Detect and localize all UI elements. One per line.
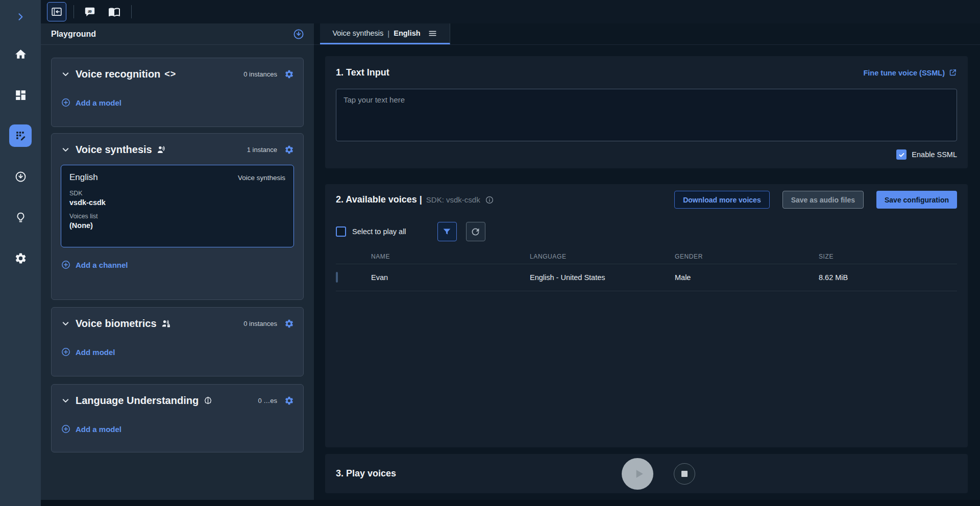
gear-icon <box>284 319 294 328</box>
fine-tune-ssml-link[interactable]: Fine tune voice (SSML) <box>863 68 957 77</box>
playground-header: Playground <box>41 23 314 45</box>
rail-item-settings[interactable] <box>0 238 41 279</box>
card-settings-button[interactable] <box>284 69 294 79</box>
open-book-icon <box>108 6 120 18</box>
card-header: Voice recognition <> 0 instances <box>61 68 294 80</box>
gear-icon <box>14 252 27 265</box>
voices-table-header: NAME LANGUAGE GENDER SIZE <box>336 249 957 264</box>
column-header-gender: GENDER <box>675 253 819 260</box>
section-available-voices: 2. Available voices | SDK: vsdk-csdk Dow… <box>325 184 968 447</box>
top-toolbar: æ <box>41 0 980 23</box>
section-title: 2. Available voices | <box>336 194 422 205</box>
phonetics-button[interactable]: æ <box>80 2 100 21</box>
voices-list-value: (None) <box>69 221 285 230</box>
tab-category: Voice synthesis <box>332 29 383 37</box>
voices-list-label: Voices list <box>69 213 285 220</box>
column-header-language: LANGUAGE <box>530 253 675 260</box>
stop-button[interactable] <box>674 463 695 485</box>
gear-icon <box>284 69 294 79</box>
tab-voice-synthesis-english[interactable]: Voice synthesis | English <box>320 23 450 44</box>
add-channel-button[interactable]: Add a channel <box>61 260 128 270</box>
playground-panel: Playground Voice recognition <> 0 instan… <box>41 23 314 500</box>
collapse-chevron-icon[interactable] <box>61 69 70 79</box>
fine-tune-label: Fine tune voice (SSML) <box>863 69 945 77</box>
toolbar-divider <box>74 5 74 18</box>
download-more-voices-button[interactable]: Download more voices <box>674 191 769 209</box>
instance-name: English <box>69 172 98 183</box>
add-model-button[interactable]: Add a model <box>61 424 121 434</box>
brain-icon <box>203 395 213 406</box>
save-configuration-button[interactable]: Save configuration <box>876 191 957 209</box>
circle-plus-icon <box>61 97 71 108</box>
card-settings-button[interactable] <box>284 396 294 406</box>
card-title: Language Understanding <box>76 395 199 407</box>
toolbar-divider <box>131 5 132 18</box>
select-all-checkbox[interactable] <box>336 226 346 237</box>
card-header: Language Understanding 0 …es <box>61 395 294 407</box>
card-voice-synthesis: Voice synthesis 1 instance English <box>51 133 304 300</box>
info-icon <box>485 195 494 205</box>
card-settings-button[interactable] <box>284 319 294 328</box>
tab-separator: | <box>387 29 389 38</box>
download-circle-icon <box>292 28 305 40</box>
sdk-label: SDK <box>69 190 285 197</box>
collapse-chevron-icon[interactable] <box>61 145 70 155</box>
dashboard-icon <box>14 89 27 102</box>
person-speaking-icon <box>156 144 167 155</box>
refresh-button[interactable] <box>466 222 485 241</box>
circle-plus-icon <box>61 424 71 434</box>
text-input-textarea[interactable] <box>336 89 957 141</box>
add-model-button[interactable]: Add a model <box>61 97 121 108</box>
rail-item-dashboard[interactable] <box>0 74 41 115</box>
check-icon <box>898 151 905 159</box>
row-checkbox[interactable] <box>336 272 338 283</box>
expand-rail-button[interactable] <box>0 0 41 34</box>
card-settings-button[interactable] <box>284 145 294 155</box>
rail-item-playground[interactable] <box>0 115 41 156</box>
refresh-icon <box>470 226 481 237</box>
add-link-label: Add a channel <box>76 261 128 269</box>
voice-name: Evan <box>371 273 530 282</box>
left-rail <box>0 0 41 506</box>
svg-text:æ: æ <box>88 9 92 14</box>
card-title: Voice biometrics <box>76 318 157 330</box>
section-title: 1. Text Input <box>336 67 389 78</box>
filter-button[interactable] <box>437 222 457 241</box>
add-link-label: Add model <box>76 348 115 357</box>
add-model-button[interactable]: Add model <box>61 347 115 357</box>
circle-plus-icon <box>61 260 71 270</box>
instance-card-english[interactable]: English Voice synthesis SDK vsdk-csdk Vo… <box>61 165 294 247</box>
collapse-chevron-icon[interactable] <box>61 319 70 328</box>
card-voice-recognition: Voice recognition <> 0 instances Add a m… <box>51 58 304 127</box>
rail-item-home[interactable] <box>0 34 41 74</box>
main-content: Voice synthesis | English 1. Text Input … <box>314 23 980 500</box>
instance-count: 1 instance <box>247 146 277 154</box>
gear-icon <box>284 396 294 406</box>
collapse-panel-button[interactable] <box>47 2 66 21</box>
rail-item-ideas[interactable] <box>0 197 41 238</box>
playground-cards: Voice recognition <> 0 instances Add a m… <box>41 58 314 452</box>
save-as-audio-files-button[interactable]: Save as audio files <box>782 191 864 209</box>
section-text-input: 1. Text Input Fine tune voice (SSML) Ena… <box>325 56 968 168</box>
play-icon <box>629 466 646 482</box>
lightbulb-icon <box>14 211 27 224</box>
tab-menu-button[interactable] <box>428 29 437 38</box>
card-voice-biometrics: Voice biometrics 0 instances <box>51 307 304 376</box>
chevron-right-icon <box>15 12 26 22</box>
voice-size: 8.62 MiB <box>819 273 957 282</box>
export-playground-button[interactable] <box>292 28 305 40</box>
gear-icon <box>284 145 294 155</box>
instance-type: Voice synthesis <box>238 174 285 182</box>
voice-language: English - United States <box>530 273 675 282</box>
collapse-chevron-icon[interactable] <box>61 396 70 406</box>
select-all-label: Select to play all <box>352 227 406 236</box>
filter-funnel-icon <box>442 226 452 237</box>
documentation-button[interactable] <box>105 2 124 21</box>
enable-ssml-checkbox[interactable] <box>896 149 906 160</box>
play-button[interactable] <box>622 458 653 490</box>
tab-bar: Voice synthesis | English <box>314 23 980 45</box>
table-row: Evan English - United States Male 8.62 M… <box>336 264 957 291</box>
rail-item-downloads[interactable] <box>0 156 41 197</box>
bottom-strip <box>41 500 980 506</box>
card-header: Voice synthesis 1 instance <box>61 144 294 156</box>
